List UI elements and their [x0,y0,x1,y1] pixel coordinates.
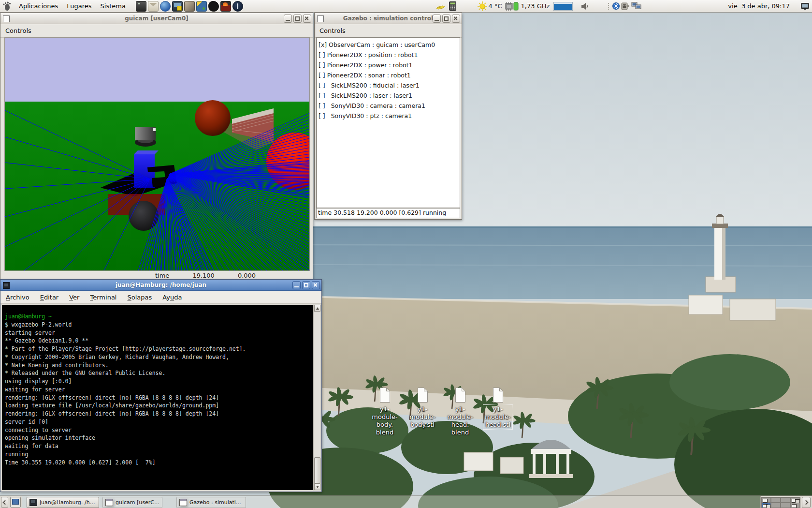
panel-hide-button[interactable] [1,497,8,508]
workspace-cell[interactable] [761,503,771,508]
gazebo-list-item[interactable]: [x] ObserverCam : guicam : userCam0 [317,40,460,50]
ups-power-icon[interactable] [621,2,630,10]
window-icon [317,15,324,22]
notes-applet-icon[interactable] [436,2,446,10]
maximize-button[interactable] [442,15,450,23]
bottom-panel: juan@Hamburg: /hom...guicam [userCam0]Ga… [0,495,812,508]
python-ide-launcher-icon[interactable] [196,1,207,12]
cpufreq-icon[interactable] [505,2,520,11]
document-icon [378,387,392,403]
sim-maroon-sphere [195,100,231,136]
photo-tool-launcher-icon[interactable] [184,1,195,12]
desktop-icon[interactable]: y1- module- head. blend [441,387,479,437]
show-desktop-button[interactable] [10,497,21,508]
scrollbar-thumb[interactable] [314,457,320,483]
terminal-menu-ayuda[interactable]: Ayuda [157,292,187,303]
workspace-cell[interactable] [790,497,800,503]
gazebo-list-item[interactable]: [ ] Pioneer2DX : power : robot1 [317,60,460,70]
terminal-menu-archivo[interactable]: Archivo [0,292,35,303]
media-player-launcher-icon[interactable] [232,1,243,12]
scroll-up-arrow[interactable] [314,305,320,312]
terminal-launcher-icon[interactable] [136,1,146,12]
terminal-scrollbar[interactable] [313,305,320,490]
gazebo-list-item[interactable]: [ ] Pioneer2DX : position : robot1 [317,50,460,60]
taskbar-button[interactable]: Gazebo : simulation c... [176,497,246,508]
gazebo-list-item[interactable]: [ ] SonyVID30 : ptz : camera1 [317,111,460,121]
terminal-line: rendering: [GLX offscreen] direct [no] R… [5,394,314,402]
taskbar-button[interactable]: juan@Hamburg: /hom... [27,497,99,508]
minimize-button[interactable] [284,15,292,23]
desktop-icon[interactable]: y1- module- body.stl [404,387,441,437]
panel-next-button[interactable] [802,497,811,508]
guicam-titlebar[interactable]: guicam [userCam0] [0,13,313,24]
sim-black-sphere [129,201,159,231]
terminal-menu-terminal[interactable]: Terminal [85,292,122,303]
gazebo-list-item[interactable]: [ ] SickLMS200 : laser : laser1 [317,90,460,101]
close-button[interactable] [452,15,460,23]
panel-menu-lugares[interactable]: Lugares [62,1,96,11]
fire-engine-launcher-icon[interactable] [220,1,231,12]
terminal-window: juan@Hamburg: /home/juan ArchivoEditarVe… [0,279,322,492]
workspace-cell[interactable] [781,503,790,508]
gazebo-list-item[interactable]: [ ] SonyVID30 : camera : camera1 [317,101,460,111]
terminal-menu-editar[interactable]: Editar [35,292,64,303]
panel-menu-sistema[interactable]: Sistema [96,1,130,11]
gecko-launcher-icon[interactable] [208,1,219,12]
minimize-button[interactable] [292,281,301,289]
sim-time-value: 19.100 [192,272,215,279]
volume-icon[interactable] [581,2,589,10]
weather-temp[interactable]: 4 °C [489,2,502,10]
terminal-screen[interactable]: juan@Hamburg ~$ wxgazebo P-2.worldstarti… [2,305,314,490]
bluetooth-icon[interactable] [612,2,620,10]
scroll-down-arrow[interactable] [314,483,320,490]
workspace-cell[interactable] [771,497,781,503]
guicam-controls-menu[interactable]: Controls [0,25,36,36]
tray-handle[interactable] [608,2,610,10]
clock[interactable]: vie 3 de abr, 09:17 [728,2,790,10]
workspace-cell[interactable] [790,503,800,508]
cpu-freq[interactable]: 1,73 GHz [521,2,550,10]
email-launcher-icon[interactable] [148,1,159,12]
workspace-cell[interactable] [781,497,790,503]
terminal-line: server id [0] [5,418,314,426]
web-browser-launcher-icon[interactable] [160,1,171,12]
window-icon [3,15,10,22]
workspace-cell[interactable] [761,497,771,503]
terminal-menu-ver[interactable]: Ver [64,292,85,303]
taskbar-button[interactable]: guicam [userCam0] [102,497,162,508]
desktop-icon[interactable]: y1- module- body. blend [366,387,404,437]
gnome-logo-icon[interactable] [2,1,12,11]
minimize-button[interactable] [433,15,441,23]
screen-lock-launcher-icon[interactable] [172,1,183,12]
cpu-graph-applet[interactable] [553,2,573,11]
terminal-line: opening simulator interface [5,434,314,442]
close-button[interactable] [312,281,320,289]
document-icon [454,387,467,403]
desktop-icon-label: y1- module- head. blend [445,404,475,437]
gazebo-titlebar[interactable]: Gazebo : simulation control [315,13,462,24]
terminal-menu-solapas[interactable]: Solapas [122,292,157,303]
maximize-button[interactable] [302,281,310,289]
weather-sun-icon[interactable] [478,1,487,11]
panel-menu-aplicaciones[interactable]: Aplicaciones [14,1,62,11]
calculator-icon[interactable] [449,1,456,11]
gazebo-list-item[interactable]: [ ] SickLMS200 : fiducial : laser1 [317,80,460,90]
taskbar-button-label: Gazebo : simulation c... [189,499,243,506]
terminal-titlebar[interactable]: juan@Hamburg: /home/juan [0,280,321,291]
pause-time-value: 0.000 [238,272,256,279]
desktop-icon[interactable]: y1- module- head.stl [479,387,517,437]
workspace-cell[interactable] [771,503,781,508]
terminal-line: connecting to server [5,426,314,434]
guicam-window: guicam [userCam0] Controls [0,13,313,281]
close-button[interactable] [303,15,311,23]
display-settings-icon[interactable] [801,3,809,10]
gazebo-list-item[interactable]: [ ] Pioneer2DX : sonar : robot1 [317,70,460,80]
gazebo-controls-menu[interactable]: Controls [315,25,350,36]
simulation-render-view[interactable] [4,37,310,271]
terminal-line: * Part of the Player/Stage Project [http… [5,345,314,353]
taskbar-button-label: juan@Hamburg: /hom... [40,499,96,506]
terminal-line: $ wxgazebo P-2.world [5,321,314,329]
maximize-button[interactable] [293,15,302,23]
window-icon [179,499,187,506]
network-monitor-icon[interactable] [631,2,642,10]
